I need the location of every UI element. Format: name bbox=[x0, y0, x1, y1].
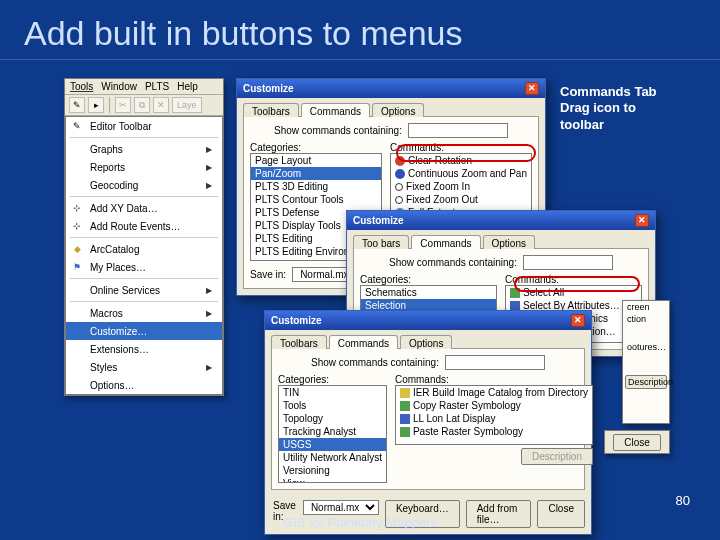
list-item[interactable]: Versioning bbox=[279, 464, 386, 477]
tabs: Toolbars Commands Options bbox=[237, 98, 545, 116]
window-title: Customize bbox=[243, 83, 294, 94]
cmd-icon bbox=[400, 388, 410, 398]
mi-graphs[interactable]: Graphs▶ bbox=[66, 140, 222, 158]
tab-toolbars[interactable]: Too bars bbox=[353, 235, 409, 249]
close-button[interactable]: Close bbox=[613, 434, 661, 451]
close-panel: Close bbox=[604, 430, 670, 454]
annotation-line: Drag icon to bbox=[560, 100, 657, 116]
list-item[interactable]: TIN bbox=[279, 386, 386, 399]
list-item[interactable]: PLTS 3D Editing bbox=[251, 180, 381, 193]
list-item[interactable]: USGS bbox=[279, 438, 386, 451]
categories-list[interactable]: TIN Tools Topology Tracking Analyst USGS… bbox=[278, 385, 387, 483]
tab-options[interactable]: Options bbox=[483, 235, 535, 249]
mi-macros[interactable]: Macros▶ bbox=[66, 304, 222, 322]
menu-tools[interactable]: Tools bbox=[70, 81, 93, 92]
tab-options[interactable]: Options bbox=[400, 335, 452, 349]
mi-reports[interactable]: Reports▶ bbox=[66, 158, 222, 176]
list-item[interactable]: Fixed Zoom In bbox=[391, 180, 531, 193]
filter-input[interactable] bbox=[523, 255, 613, 270]
list-item[interactable]: Fixed Zoom Out bbox=[391, 193, 531, 206]
list-item[interactable]: Copy Raster Symbology bbox=[396, 399, 592, 412]
customize-dialog-3: Customize ✕ Toolbars Commands Options Sh… bbox=[264, 310, 592, 535]
pan-icon bbox=[395, 169, 405, 179]
tool-icon[interactable]: ✎ bbox=[69, 97, 85, 113]
fragment-text: ction bbox=[623, 313, 669, 325]
chevron-right-icon: ▶ bbox=[206, 145, 212, 154]
list-item[interactable]: Pan/Zoom bbox=[251, 167, 381, 180]
toolstrip: ✎ ▸ ✂ ⧉ ✕ Laye bbox=[65, 95, 223, 116]
mi-styles[interactable]: Styles▶ bbox=[66, 358, 222, 376]
pencil-icon: ✎ bbox=[70, 119, 84, 133]
annotation-line: Commands Tab bbox=[560, 84, 657, 100]
mi-arccatalog[interactable]: ◆ArcCatalog bbox=[66, 240, 222, 258]
mi-geocoding[interactable]: Geocoding▶ bbox=[66, 176, 222, 194]
tab-body: Show commands containing: Categories: TI… bbox=[271, 348, 585, 490]
close-icon[interactable]: ✕ bbox=[525, 82, 539, 95]
tab-toolbars[interactable]: Toolbars bbox=[271, 335, 327, 349]
tool-icon[interactable]: ✂ bbox=[115, 97, 131, 113]
highlight-circle-icon bbox=[396, 144, 536, 162]
description-button[interactable]: Description bbox=[625, 375, 667, 389]
list-item[interactable]: Continuous Zoom and Pan bbox=[391, 167, 531, 180]
tool-icon[interactable]: ▸ bbox=[88, 97, 104, 113]
menu-plts[interactable]: PLTS bbox=[145, 81, 169, 92]
layer-hint: Laye bbox=[172, 97, 202, 113]
list-item[interactable]: Paste Raster Symbology bbox=[396, 425, 592, 438]
label-commands: Commands: bbox=[395, 374, 593, 385]
chevron-right-icon: ▶ bbox=[206, 286, 212, 295]
mi-customize[interactable]: Customize… bbox=[66, 322, 222, 340]
close-icon[interactable]: ✕ bbox=[571, 314, 585, 327]
mi-online[interactable]: Online Services▶ bbox=[66, 281, 222, 299]
fragment-text: ootures… bbox=[623, 341, 669, 353]
catalog-icon: ◆ bbox=[70, 242, 84, 256]
mi-add-xy[interactable]: ⊹Add XY Data… bbox=[66, 199, 222, 217]
tab-toolbars[interactable]: Toolbars bbox=[243, 103, 299, 117]
list-item[interactable]: Utility Network Analyst bbox=[279, 451, 386, 464]
cmd-icon bbox=[400, 427, 410, 437]
mi-options[interactable]: Options… bbox=[66, 376, 222, 394]
filter-input[interactable] bbox=[408, 123, 508, 138]
tool-icon[interactable]: ⧉ bbox=[134, 97, 150, 113]
list-item[interactable]: LL Lon Lat Display bbox=[396, 412, 592, 425]
label-categories: Categories: bbox=[360, 274, 497, 285]
mi-extensions[interactable]: Extensions… bbox=[66, 340, 222, 358]
titlebar: Customize ✕ bbox=[237, 79, 545, 98]
zoom-in-icon bbox=[395, 183, 403, 191]
list-item[interactable]: IER Build Image Catalog from Directory bbox=[396, 386, 592, 399]
chevron-right-icon: ▶ bbox=[206, 309, 212, 318]
tab-commands[interactable]: Commands bbox=[301, 103, 370, 117]
tab-commands[interactable]: Commands bbox=[411, 235, 480, 249]
mi-editor-toolbar[interactable]: ✎Editor Toolbar bbox=[66, 117, 222, 135]
tools-menu-panel: Tools Window PLTS Help ✎ ▸ ✂ ⧉ ✕ Laye ✎E… bbox=[64, 78, 224, 396]
mi-my-places[interactable]: ⚑My Places… bbox=[66, 258, 222, 276]
tab-options[interactable]: Options bbox=[372, 103, 424, 117]
tab-commands[interactable]: Commands bbox=[329, 335, 398, 349]
list-item[interactable]: Tracking Analyst bbox=[279, 425, 386, 438]
route-icon: ⊹ bbox=[70, 219, 84, 233]
highlight-circle-icon bbox=[514, 276, 640, 292]
tabs: Too bars Commands Options bbox=[347, 230, 655, 248]
tool-icon[interactable]: ✕ bbox=[153, 97, 169, 113]
list-item[interactable]: Topology bbox=[279, 412, 386, 425]
list-item[interactable]: Schematics bbox=[361, 286, 496, 299]
savein-select[interactable]: Normal.mxt bbox=[303, 500, 379, 515]
label-categories: Categories: bbox=[278, 374, 387, 385]
chevron-right-icon: ▶ bbox=[206, 363, 212, 372]
menu-help[interactable]: Help bbox=[177, 81, 198, 92]
mi-add-route[interactable]: ⊹Add Route Events… bbox=[66, 217, 222, 235]
label-show: Show commands containing: bbox=[311, 357, 439, 368]
commands-list[interactable]: IER Build Image Catalog from Directory C… bbox=[395, 385, 593, 445]
label-categories: Categories: bbox=[250, 142, 382, 153]
list-item[interactable]: PLTS Contour Tools bbox=[251, 193, 381, 206]
footer-text: GIS for Planetary Mappers bbox=[0, 515, 720, 530]
list-item[interactable]: View bbox=[279, 477, 386, 483]
menubar: Tools Window PLTS Help bbox=[65, 79, 223, 95]
chevron-right-icon: ▶ bbox=[206, 181, 212, 190]
list-item[interactable]: Page Layout bbox=[251, 154, 381, 167]
close-icon[interactable]: ✕ bbox=[635, 214, 649, 227]
description-button[interactable]: Description bbox=[521, 448, 593, 465]
list-item[interactable]: Tools bbox=[279, 399, 386, 412]
menu-window[interactable]: Window bbox=[101, 81, 137, 92]
filter-input[interactable] bbox=[445, 355, 545, 370]
titlebar: Customize ✕ bbox=[265, 311, 591, 330]
